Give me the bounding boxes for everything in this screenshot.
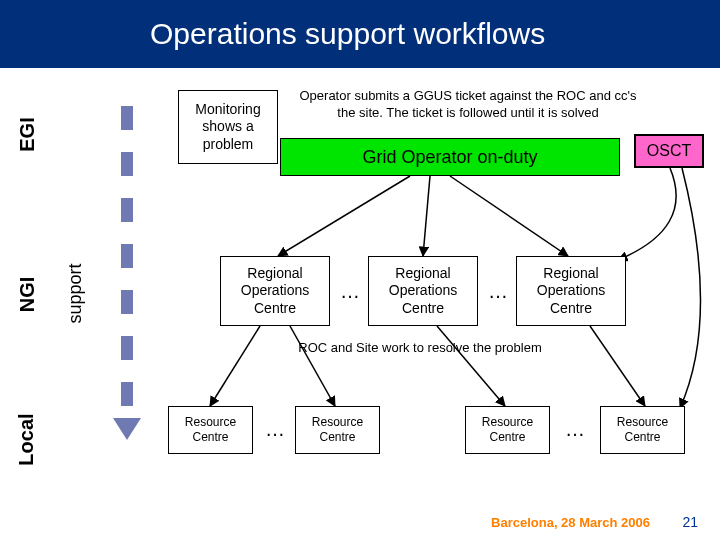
level-support: support <box>65 263 86 323</box>
grid-operator-box: Grid Operator on-duty <box>280 138 620 176</box>
monitoring-box: Monitoring shows a problem <box>178 90 278 164</box>
osct-box: OSCT <box>634 134 704 168</box>
grid-operator-text: Grid Operator on-duty <box>362 146 537 169</box>
operator-note: Operator submits a GGUS ticket against t… <box>298 88 638 122</box>
support-arrow <box>120 106 134 440</box>
roc-box-2: Regional Operations Centre <box>368 256 478 326</box>
title-bar: Operations support workflows <box>0 0 720 68</box>
rc-box-1: Resource Centre <box>168 406 253 454</box>
svg-line-5 <box>437 326 505 406</box>
roc-label: Regional Operations Centre <box>523 265 619 318</box>
level-ngi: NGI <box>16 277 39 313</box>
footer-page-number: 21 <box>682 514 698 530</box>
level-egi: EGI <box>16 117 39 151</box>
rc-label: Resource Centre <box>175 415 246 445</box>
monitoring-text: Monitoring shows a problem <box>185 101 271 154</box>
rc-label: Resource Centre <box>302 415 373 445</box>
svg-line-1 <box>423 176 430 256</box>
osct-text: OSCT <box>647 141 691 161</box>
rc-ellipsis-2: … <box>565 418 585 441</box>
svg-line-6 <box>590 326 645 406</box>
roc-ellipsis-1: … <box>340 280 360 303</box>
level-local: Local <box>15 413 38 465</box>
svg-line-0 <box>278 176 410 256</box>
page-title: Operations support workflows <box>150 17 545 51</box>
rc-box-3: Resource Centre <box>465 406 550 454</box>
rc-ellipsis-1: … <box>265 418 285 441</box>
svg-line-3 <box>210 326 260 406</box>
roc-label: Regional Operations Centre <box>227 265 323 318</box>
footer-location: Barcelona, 28 March 2006 <box>491 515 650 530</box>
roc-box-1: Regional Operations Centre <box>220 256 330 326</box>
roc-box-3: Regional Operations Centre <box>516 256 626 326</box>
diagram-canvas: EGI NGI Local support Monitoring shows a <box>0 68 720 540</box>
rc-label: Resource Centre <box>607 415 678 445</box>
resolve-note: ROC and Site work to resolve the problem <box>240 340 600 357</box>
roc-ellipsis-2: … <box>488 280 508 303</box>
rc-box-4: Resource Centre <box>600 406 685 454</box>
svg-line-2 <box>450 176 568 256</box>
roc-label: Regional Operations Centre <box>375 265 471 318</box>
svg-line-4 <box>290 326 335 406</box>
rc-label: Resource Centre <box>472 415 543 445</box>
rc-box-2: Resource Centre <box>295 406 380 454</box>
